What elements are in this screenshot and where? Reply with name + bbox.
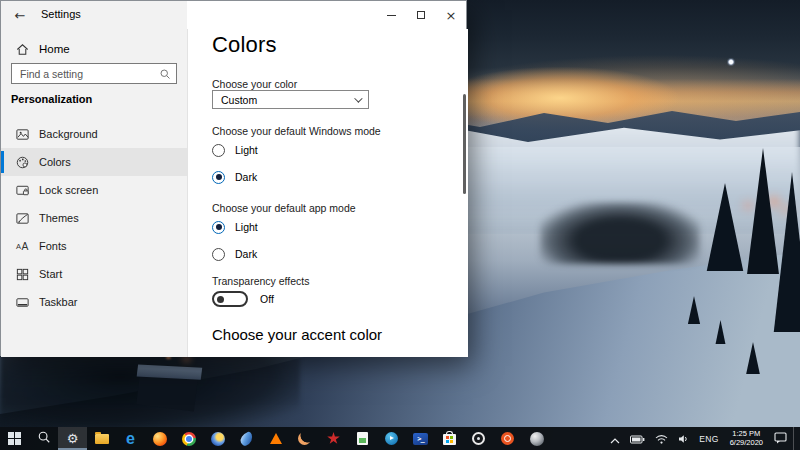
tray-date: 6/29/2020	[730, 439, 763, 448]
radio-icon	[212, 248, 225, 261]
bare-trees	[540, 202, 700, 264]
taskbar-sphere-app-button[interactable]	[522, 427, 551, 450]
radio-windows-mode-dark[interactable]: Dark	[212, 169, 257, 185]
page-title: Colors	[212, 32, 277, 58]
gray-sphere-icon	[530, 432, 544, 446]
taskbar-crescent-app-button[interactable]	[290, 427, 319, 450]
sidebar-item-colors[interactable]: Colors	[1, 148, 187, 176]
taskbar-vlc-button[interactable]	[261, 427, 290, 450]
tray-volume-button[interactable]	[674, 427, 693, 450]
back-button[interactable]: ←	[7, 4, 33, 26]
taskbar-firefox-button[interactable]	[145, 427, 174, 450]
svg-text:A: A	[15, 242, 20, 251]
radio-windows-mode-light[interactable]: Light	[212, 142, 258, 158]
windows-mode-label: Choose your default Windows mode	[212, 125, 381, 137]
volume-icon	[678, 430, 689, 448]
search-icon	[37, 430, 51, 448]
system-tray: ENG 1:25 PM 6/29/2020	[606, 427, 800, 450]
tray-clock-button[interactable]: 1:25 PM 6/29/2020	[725, 430, 768, 447]
color-dropdown[interactable]: Custom	[212, 90, 369, 109]
radio-app-mode-dark[interactable]: Dark	[212, 246, 257, 262]
powershell-icon: >_	[413, 433, 428, 445]
taskbar-image-viewer-button[interactable]	[348, 427, 377, 450]
taskbar-powershell-button[interactable]: >_	[406, 427, 435, 450]
sidebar-item-background[interactable]: Background	[1, 120, 187, 148]
taskbar-globe-browser-button[interactable]	[203, 427, 232, 450]
lock-screen-icon	[14, 182, 30, 198]
taskbar-store-button[interactable]	[435, 427, 464, 450]
radio-checked-icon	[212, 171, 225, 184]
choose-color-label: Choose your color	[212, 78, 297, 90]
fonts-icon: AA	[14, 238, 30, 254]
record-circle-icon	[472, 432, 485, 445]
tray-language-button[interactable]: ENG	[695, 427, 722, 450]
sidebar-home-label: Home	[39, 43, 70, 55]
chevron-up-icon	[610, 430, 620, 448]
taskbar-settings-button[interactable]: ⚙	[58, 427, 87, 450]
ubuntu-icon	[501, 432, 514, 445]
taskbar-comet-app-button[interactable]	[232, 427, 261, 450]
chevron-down-icon	[354, 94, 362, 102]
image-file-icon	[357, 432, 368, 445]
taskbar-record-app-button[interactable]	[464, 427, 493, 450]
start-button[interactable]	[0, 427, 29, 450]
comet-icon	[238, 431, 255, 447]
sidebar-item-lock-screen[interactable]: Lock screen	[1, 176, 187, 204]
tray-battery-button[interactable]	[626, 427, 649, 450]
microsoft-store-icon	[443, 434, 456, 445]
window-title: Settings	[41, 8, 81, 20]
transparency-toggle-row: Off	[212, 291, 274, 307]
play-circle-icon	[385, 432, 398, 445]
cabin	[136, 373, 197, 412]
battery-icon	[630, 430, 645, 448]
radio-app-mode-light[interactable]: Light	[212, 219, 258, 235]
taskbar-icon	[14, 294, 30, 310]
tray-wifi-button[interactable]	[651, 427, 672, 450]
taskbar-ubuntu-button[interactable]	[493, 427, 522, 450]
radio-checked-icon	[212, 221, 225, 234]
search-icon[interactable]	[159, 68, 177, 80]
section-title: Personalization	[11, 93, 92, 105]
tray-chevron-button[interactable]	[606, 427, 624, 450]
taskbar-red-star-app-button[interactable]	[319, 427, 348, 450]
taskbar-search-button[interactable]	[29, 427, 58, 450]
settings-window: ← Settings × Home Personalization	[0, 0, 467, 356]
colors-page: Colors Choose your color Custom Choose y…	[187, 29, 468, 357]
content-scrollbar[interactable]	[463, 94, 466, 194]
gear-icon: ⚙	[67, 432, 79, 445]
toggle-state-label: Off	[260, 293, 274, 305]
minimize-button[interactable]	[376, 1, 406, 29]
taskbar-file-explorer-button[interactable]	[87, 427, 116, 450]
accent-color-heading: Choose your accent color	[212, 326, 382, 343]
taskbar-chrome-button[interactable]	[174, 427, 203, 450]
image-icon	[14, 126, 30, 142]
search-input[interactable]	[12, 68, 159, 80]
radio-icon	[212, 144, 225, 157]
edge-icon: e	[126, 431, 135, 447]
close-button[interactable]: ×	[436, 1, 466, 29]
windows-logo-icon	[8, 432, 21, 445]
maximize-button[interactable]	[406, 1, 436, 29]
toggle-off-switch[interactable]	[212, 291, 248, 307]
start-menu-icon	[14, 266, 30, 282]
settings-sidebar: Home Personalization Background Colors	[1, 29, 187, 357]
sidebar-item-fonts[interactable]: AA Fonts	[1, 232, 187, 260]
sidebar-item-themes[interactable]: Themes	[1, 204, 187, 232]
action-center-icon	[774, 430, 787, 448]
taskbar-media-player-button[interactable]	[377, 427, 406, 450]
folder-icon	[95, 434, 109, 444]
svg-text:A: A	[21, 241, 28, 252]
sidebar-item-taskbar[interactable]: Taskbar	[1, 288, 187, 316]
sidebar-nav: Background Colors Lock screen Themes	[1, 120, 187, 316]
action-center-button[interactable]	[770, 427, 791, 450]
chrome-icon	[182, 432, 196, 446]
sidebar-item-start[interactable]: Start	[1, 260, 187, 288]
app-mode-label: Choose your default app mode	[212, 202, 356, 214]
search-box[interactable]	[11, 63, 177, 84]
taskbar: ⚙ e >_ ENG 1:25 PM 6/29/2020	[0, 427, 800, 450]
sidebar-item-home[interactable]: Home	[1, 37, 187, 61]
crescent-icon	[298, 432, 311, 445]
taskbar-edge-button[interactable]: e	[116, 427, 145, 450]
title-bar: ← Settings ×	[1, 1, 466, 29]
show-desktop-button[interactable]	[793, 427, 796, 450]
